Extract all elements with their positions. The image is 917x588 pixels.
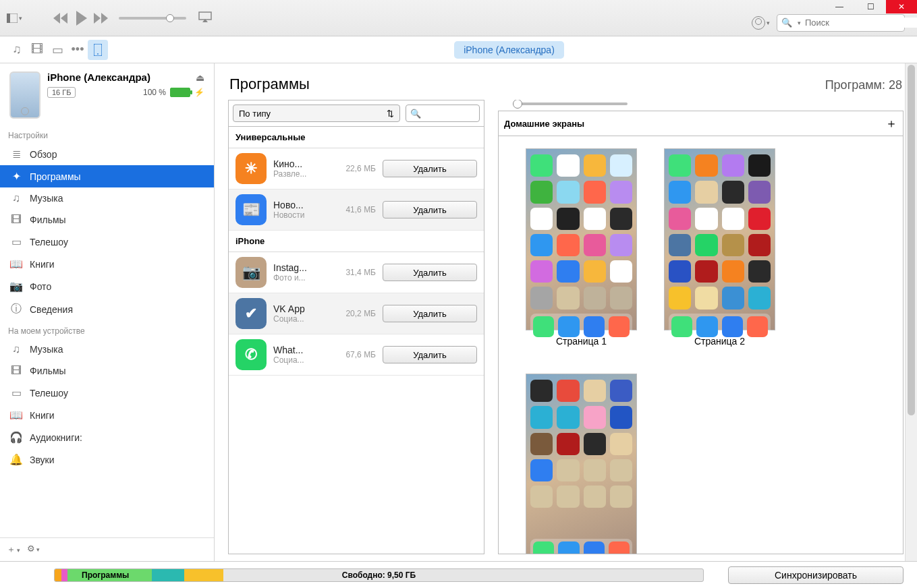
app-size: 22,6 МБ [335, 164, 376, 173]
nav-icon: ▭ [9, 235, 23, 248]
more-library-tab[interactable]: ••• [67, 40, 88, 60]
window-minimize-button[interactable]: — [824, 0, 855, 13]
sidebar-item-settings[interactable]: 📷Фото [0, 275, 214, 297]
mini-app-icon [557, 287, 579, 309]
nav-icon: ♫ [9, 343, 23, 355]
add-playlist-button[interactable]: ＋▾ [7, 543, 20, 556]
sidebar-item-ondevice[interactable]: 🔔Звуки [0, 448, 214, 471]
movies-library-tab[interactable]: 🎞 [27, 40, 47, 60]
svg-rect-1 [7, 13, 10, 23]
delete-app-button[interactable]: Удалить [383, 346, 477, 363]
library-tabbar: ♫ 🎞 ▭ ••• iPhone (Александра) [0, 36, 917, 63]
tv-library-tab[interactable]: ▭ [47, 40, 67, 60]
mini-app-icon [530, 181, 553, 203]
sidebar-item-settings[interactable]: ⓘСведения [0, 297, 214, 321]
sort-value: По типу [239, 109, 271, 119]
delete-app-button[interactable]: Удалить [383, 201, 477, 218]
app-row[interactable]: ✆What...Социа...67,6 МБУдалить [229, 334, 484, 376]
device-tab[interactable] [88, 40, 108, 60]
app-row[interactable]: ✳Кино...Развле...22,6 МБУдалить [229, 148, 484, 189]
music-library-tab[interactable]: ♫ [7, 40, 27, 60]
mini-app-icon [558, 541, 579, 555]
sidebar-item-settings[interactable]: ▭Телешоу [0, 231, 214, 253]
sidebar-item-settings[interactable]: ♫Музыка [0, 187, 214, 209]
app-row[interactable]: 📰Ново...Новости41,6 МБУдалить [229, 189, 484, 231]
airplay-button[interactable] [198, 11, 212, 24]
app-row[interactable]: ✔VK AppСоциа...20,2 МБУдалить [229, 293, 484, 334]
add-screen-button[interactable]: ＋ [885, 115, 897, 131]
mini-app-icon [610, 260, 632, 283]
chevron-down-icon: ▾ [767, 20, 770, 26]
zoom-thumb[interactable] [513, 100, 522, 109]
delete-app-button[interactable]: Удалить [383, 160, 477, 177]
sync-button[interactable]: Синхронизировать [728, 566, 904, 584]
nav-icon: 🎞 [9, 365, 23, 377]
sidebar-toggle-button[interactable]: ▾ [4, 11, 24, 26]
account-button[interactable]: ▾ [752, 16, 770, 30]
nav-label: Звуки [30, 454, 55, 465]
eject-button[interactable]: ⏏ [196, 72, 204, 83]
search-input[interactable] [805, 18, 917, 28]
nav-label: Книги [30, 410, 55, 421]
app-row[interactable]: 📷Instag...Фото и...31,4 МБУдалить [229, 252, 484, 293]
mini-app-icon [584, 234, 606, 256]
mini-app-icon [695, 181, 717, 203]
mini-app-icon [557, 459, 579, 481]
mini-app-icon [722, 316, 743, 337]
sidebar-item-settings[interactable]: ✦Программы [0, 165, 214, 187]
search-field[interactable]: 🔍 ▾ [777, 14, 905, 32]
mini-app-icon [584, 208, 606, 230]
mini-app-icon [530, 260, 553, 283]
sidebar-item-ondevice[interactable]: ▭Телешоу [0, 382, 214, 404]
mini-app-icon [722, 287, 744, 309]
app-name: Ново... [273, 200, 329, 210]
delete-app-button[interactable]: Удалить [383, 305, 477, 322]
apps-search-input[interactable] [421, 109, 475, 119]
mini-app-icon [695, 260, 717, 283]
sort-dropdown[interactable]: По типу ⇅ [233, 105, 400, 122]
apps-search-field[interactable]: 🔍 [406, 105, 480, 122]
sidebar-item-settings[interactable]: ≣Обзор [0, 143, 214, 165]
delete-app-button[interactable]: Удалить [383, 264, 477, 281]
sidebar-item-settings[interactable]: 📖Книги [0, 253, 214, 275]
sidebar-item-ondevice[interactable]: ♫Музыка [0, 339, 214, 360]
mini-app-icon [530, 380, 553, 402]
vertical-scrollbar[interactable] [905, 63, 917, 561]
device-pill[interactable]: iPhone (Александра) [454, 41, 564, 59]
sidebar-item-ondevice[interactable]: 🎧Аудиокниги: [0, 426, 214, 448]
play-button[interactable] [72, 9, 90, 28]
settings-gear-button[interactable]: ⚙▾ [27, 543, 40, 556]
sidebar-item-ondevice[interactable]: 📖Книги [0, 404, 214, 426]
mini-app-icon [530, 433, 553, 455]
app-category: Фото и... [273, 273, 329, 283]
mini-app-icon [695, 208, 717, 230]
mini-app-icon [669, 234, 691, 256]
zoom-slider[interactable] [513, 102, 628, 105]
scrollbar-thumb[interactable] [908, 65, 915, 415]
mini-app-icon [722, 234, 744, 256]
app-name: What... [273, 345, 329, 355]
capacity-badge: 16 ГБ [47, 87, 76, 98]
mini-app-icon [557, 486, 579, 508]
mini-app-icon [747, 316, 768, 337]
mini-app-icon [530, 287, 553, 309]
volume-thumb[interactable] [166, 14, 174, 22]
window-maximize-button[interactable]: ☐ [855, 0, 886, 13]
nav-label: Музыка [30, 193, 63, 204]
nav-icon: 🎧 [9, 431, 23, 444]
previous-track-button[interactable] [51, 9, 70, 28]
home-screen-item[interactable]: Страница 1 [526, 148, 637, 347]
mini-app-icon [530, 234, 553, 256]
sidebar-item-settings[interactable]: 🎞Фильмы [0, 209, 214, 231]
mini-app-icon [722, 154, 744, 177]
home-screen-item[interactable] [526, 374, 637, 554]
sidebar-item-ondevice[interactable]: 🎞Фильмы [0, 360, 214, 382]
window-close-button[interactable]: ✕ [886, 0, 917, 13]
app-icon: 📷 [235, 257, 267, 288]
home-screen-item[interactable]: Страница 2 [664, 148, 775, 347]
settings-section-header: Настройки [0, 125, 214, 143]
next-track-button[interactable] [92, 9, 111, 28]
volume-slider[interactable] [119, 17, 186, 20]
charging-icon: ⚡ [194, 88, 204, 97]
mini-app-icon [610, 380, 632, 402]
